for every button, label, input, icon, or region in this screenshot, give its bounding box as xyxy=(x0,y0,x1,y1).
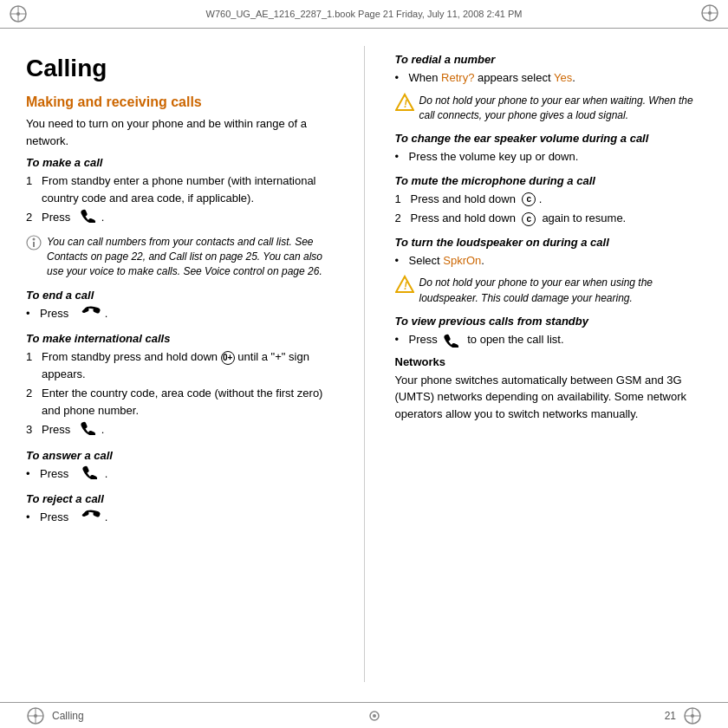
prev-calls-bullet: • Press to open the call list. xyxy=(395,331,703,348)
retry-word: Retry? xyxy=(441,71,474,84)
warning-box-2: ! Do not hold your phone to your ear whe… xyxy=(395,276,703,306)
call-icon-intl xyxy=(81,421,98,440)
section-heading-making: Making and receiving calls xyxy=(26,94,334,110)
sub-heading-loudspeaker: To turn the loudspeaker on during a call xyxy=(395,236,703,249)
end-call-bullet: • Press . xyxy=(26,305,334,324)
sub-heading-redial: To redial a number xyxy=(395,53,703,66)
press-label-2: Press xyxy=(40,305,68,324)
svg-point-25 xyxy=(691,714,694,718)
svg-point-3 xyxy=(16,12,20,16)
networks-body: Your phone switches automatically betwee… xyxy=(395,372,703,423)
crosshair-icon-tr xyxy=(700,3,719,23)
sub-heading-make-call: To make a call xyxy=(26,156,334,169)
answer-bullet: • Press . xyxy=(26,465,334,484)
intl-step1: 1 From standby press and hold down 0+ un… xyxy=(26,348,334,382)
column-divider xyxy=(364,46,365,682)
svg-text:!: ! xyxy=(404,280,407,292)
spkron-label: SpkrOn xyxy=(443,254,481,267)
intl-step3: 3 Press . xyxy=(26,421,334,440)
mute-step2: 2 Press and hold down c again to resume. xyxy=(395,210,703,227)
tip-text: You can call numbers from your contacts … xyxy=(47,235,334,280)
footer-left-text: Calling xyxy=(52,710,84,722)
footer-right-area: 21 xyxy=(665,706,702,725)
press-label-5: Press xyxy=(40,509,68,528)
footer-center-dot xyxy=(368,710,380,722)
corner-mark-tl xyxy=(9,4,28,23)
prev-calls-suffix: to open the call list. xyxy=(467,333,563,346)
answer-icon xyxy=(82,465,100,484)
crosshair-icon-br xyxy=(683,706,702,725)
ear-volume-text: Press the volume key up or down. xyxy=(409,148,579,166)
press-label-4: Press xyxy=(40,465,68,484)
end-call-icon xyxy=(82,305,100,324)
header-text: W760_UG_AE_1216_2287_1.book Page 21 Frid… xyxy=(206,9,523,19)
page-title: Calling xyxy=(26,55,334,82)
footer-center-area xyxy=(368,710,380,722)
c-button-1: c xyxy=(522,192,536,206)
sub-heading-answer: To answer a call xyxy=(26,449,334,462)
svg-point-21 xyxy=(373,714,376,718)
call-button-icon xyxy=(81,209,98,228)
redial-bullet: • When Retry? appears select Yes. xyxy=(395,69,703,87)
footer-bar: Calling 21 xyxy=(0,702,728,728)
right-column: To redial a number • When Retry? appears… xyxy=(387,46,703,682)
press-label-prev: Press xyxy=(409,333,438,346)
sub-heading-intl: To make international calls xyxy=(26,332,334,345)
sub-heading-ear-volume: To change the ear speaker volume during … xyxy=(395,132,703,145)
mute-step1: 1 Press and hold down c . xyxy=(395,191,703,208)
when-label: When xyxy=(409,71,439,84)
yes-word: Yes xyxy=(554,71,572,84)
c-button-2: c xyxy=(522,212,536,226)
loudspeaker-bullet: • Select SpkrOn. xyxy=(395,252,703,270)
crosshair-icon-tl xyxy=(9,4,28,23)
ear-volume-bullet: • Press the volume key up or down. xyxy=(395,148,703,166)
svg-point-19 xyxy=(34,714,37,718)
warning-text-2: Do not hold your phone to your ear when … xyxy=(419,276,703,306)
tip-icon xyxy=(26,235,42,280)
make-call-step2: 2 Press . xyxy=(26,209,334,228)
svg-text:!: ! xyxy=(404,98,407,110)
warning-icon-2: ! xyxy=(395,275,414,306)
intro-text: You need to turn on your phone and be wi… xyxy=(26,115,334,149)
svg-point-7 xyxy=(708,11,712,15)
make-call-step1: 1 From standby enter a phone number (wit… xyxy=(26,172,334,206)
networks-heading: Networks xyxy=(395,355,703,368)
crosshair-icon-bl xyxy=(26,706,45,725)
press-label-3: Press xyxy=(42,421,70,440)
warning-box-1: ! Do not hold your phone to your ear whe… xyxy=(395,94,703,124)
sub-heading-reject: To reject a call xyxy=(26,492,334,505)
sub-heading-mute: To mute the microphone during a call xyxy=(395,174,703,187)
warning-text-1: Do not hold your phone to your ear when … xyxy=(419,94,703,124)
reject-bullet: • Press . xyxy=(26,509,334,528)
left-column: Calling Making and receiving calls You n… xyxy=(26,46,342,682)
zero-plus-btn: 0+ xyxy=(221,351,235,365)
footer-left-area: Calling xyxy=(26,706,84,725)
page-content: Calling Making and receiving calls You n… xyxy=(0,29,728,699)
warning-icon-1: ! xyxy=(395,93,414,124)
intl-step2: 2 Enter the country code, area code (wit… xyxy=(26,385,334,419)
sub-heading-prev-calls: To view previous calls from standby xyxy=(395,315,703,328)
footer-right-text: 21 xyxy=(665,710,676,722)
sub-heading-end-call: To end a call xyxy=(26,289,334,302)
header-bar: W760_UG_AE_1216_2287_1.book Page 21 Frid… xyxy=(0,0,728,29)
corner-mark-tr xyxy=(700,3,719,24)
press-label-1: Press xyxy=(42,209,70,228)
reject-icon xyxy=(82,509,100,528)
svg-point-9 xyxy=(33,237,36,240)
tip-box-make-call: You can call numbers from your contacts … xyxy=(26,235,334,280)
